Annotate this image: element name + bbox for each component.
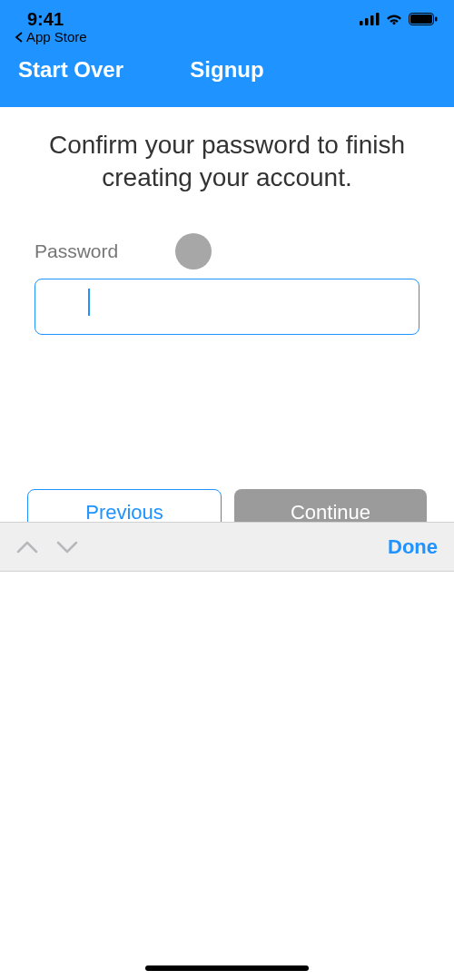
- text-cursor: [88, 289, 90, 316]
- nav-bar: Start Over Signup: [0, 44, 454, 83]
- start-over-button[interactable]: Start Over: [18, 57, 123, 83]
- chevron-down-icon: [56, 540, 78, 554]
- touch-indicator: [175, 233, 212, 270]
- page-title: Signup: [190, 57, 263, 83]
- status-time: 9:41: [27, 9, 64, 30]
- status-icons: [360, 13, 438, 25]
- svg-rect-5: [410, 15, 432, 24]
- main-content: Confirm your password to finish creating…: [0, 107, 454, 335]
- svg-rect-1: [365, 18, 369, 25]
- chevron-up-icon: [16, 540, 38, 554]
- battery-icon: [409, 13, 438, 25]
- password-input[interactable]: [35, 279, 419, 335]
- svg-rect-3: [376, 13, 380, 25]
- status-bar: 9:41: [0, 0, 454, 27]
- header-area: 9:41 App Store Start Over Signup: [0, 0, 454, 107]
- svg-rect-0: [360, 21, 363, 25]
- home-indicator[interactable]: [145, 965, 309, 971]
- password-label: Password: [35, 240, 118, 262]
- prev-field-button[interactable]: [16, 540, 38, 554]
- done-button[interactable]: Done: [388, 535, 438, 559]
- back-caret-icon: [15, 32, 23, 43]
- svg-rect-2: [370, 15, 374, 25]
- next-field-button[interactable]: [56, 540, 78, 554]
- field-label-row: Password: [35, 233, 419, 270]
- back-label: App Store: [26, 29, 87, 44]
- wifi-icon: [385, 13, 403, 25]
- back-to-appstore[interactable]: App Store: [0, 27, 454, 44]
- svg-rect-6: [435, 17, 437, 22]
- cellular-icon: [360, 13, 380, 25]
- keyboard-accessory-bar: Done: [0, 522, 454, 572]
- headline: Confirm your password to finish creating…: [35, 129, 419, 195]
